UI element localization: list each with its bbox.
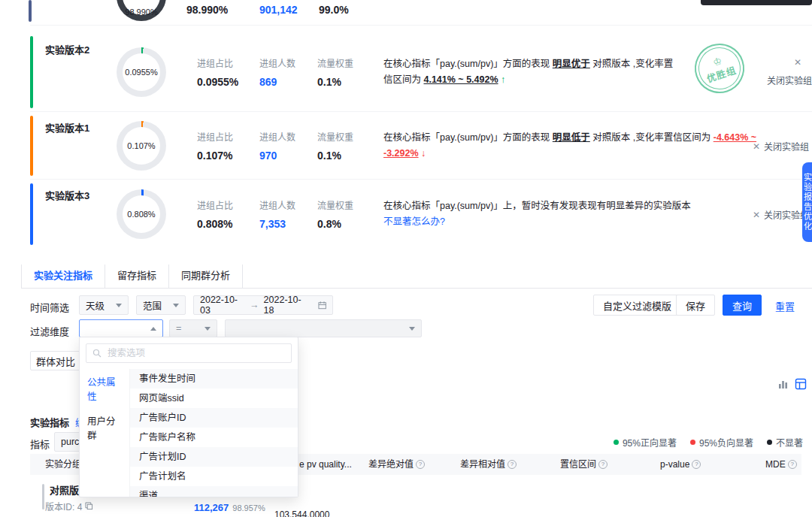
- table-view-icon[interactable]: [794, 377, 807, 391]
- version-name: 实验版本1: [45, 120, 89, 135]
- stat-enter-ratio: 进组占比 0.808%: [197, 198, 233, 230]
- group-color-bar: [42, 484, 44, 509]
- th-mde: MDE?: [765, 454, 797, 475]
- winner-stamp: ♔ 优胜组: [688, 37, 750, 99]
- query-button[interactable]: 查询: [723, 295, 762, 316]
- tab-cohort-analysis[interactable]: 同期群分析: [169, 265, 243, 288]
- close-experiment-button[interactable]: ✕ 关闭实验组: [753, 140, 809, 153]
- chevron-down-icon: [409, 327, 415, 331]
- toast-sliver: [701, 0, 812, 5]
- range-mode-select[interactable]: 范围: [136, 295, 186, 315]
- dimension-dropdown-panel: 公共属性 用户分群 事件发生时间 网页端ssid 广告账户ID 广告账户名称 广…: [79, 337, 298, 497]
- donut-label: 0.107%: [127, 141, 155, 150]
- option-ad-account-name[interactable]: 广告账户名称: [130, 428, 298, 447]
- reset-button[interactable]: 重置: [775, 299, 795, 313]
- version-color-bar: [30, 183, 33, 245]
- granularity-select[interactable]: 天级: [79, 295, 129, 315]
- group-user-segments[interactable]: 用户分群: [80, 408, 129, 447]
- option-event-time[interactable]: 事件发生时间: [130, 369, 298, 389]
- down-arrow-icon: ↓: [421, 148, 426, 159]
- value-select[interactable]: [225, 319, 422, 337]
- option-ad-account-id[interactable]: 广告账户ID: [130, 408, 298, 428]
- stat-enter-count: 进组人数 970: [259, 130, 295, 162]
- version-color-bar: [30, 116, 33, 176]
- th-rel-diff: 差异相对值?: [460, 454, 517, 475]
- divider: [30, 111, 812, 112]
- close-icon: ✕: [753, 209, 760, 219]
- close-experiment-button[interactable]: 关闭实验组: [767, 74, 812, 86]
- search-input[interactable]: [106, 347, 285, 359]
- control-traffic-weight-value: 99.0%: [319, 4, 349, 16]
- copy-icon[interactable]: [85, 502, 93, 510]
- metric-cell-col3: 103,544.0000: [274, 509, 329, 517]
- metric-label: 指标: [30, 437, 50, 451]
- control-color-bar: [29, 0, 32, 22]
- version-name: 实验版本3: [45, 188, 89, 202]
- experiment-row-v3: 实验版本3 0.808% 进组占比 0.808% 进组人数 7,353 流量权重…: [21, 180, 812, 248]
- cohort-compare-button[interactable]: 群体对比: [30, 351, 81, 370]
- side-feedback-tab[interactable]: 实验报告优化: [802, 162, 812, 242]
- black-dot-icon: [767, 440, 772, 445]
- stat-enter-count: 进组人数 7,353: [259, 198, 295, 230]
- legend-negative: 95%负向显著: [690, 436, 753, 449]
- dropdown-option-list: 事件发生时间 网页端ssid 广告账户ID 广告账户名称 广告计划ID 广告计划…: [130, 369, 298, 497]
- close-icon: ✕: [753, 141, 760, 151]
- th-p-value: p-value?: [660, 454, 701, 475]
- tab-retention-metrics[interactable]: 留存指标: [105, 265, 169, 288]
- option-ad-plan-id[interactable]: 广告计划ID: [130, 447, 298, 467]
- tab-experiment-metrics[interactable]: 实验关注指标: [21, 265, 105, 288]
- help-icon[interactable]: ?: [416, 460, 425, 469]
- control-enter-ratio-value: 98.990%: [186, 4, 228, 16]
- close-experiment-button[interactable]: ✕ 关闭实验组: [753, 208, 809, 221]
- version-color-bar: [30, 36, 33, 108]
- chevron-up-icon: [150, 327, 156, 331]
- up-arrow-icon: ↑: [501, 74, 505, 85]
- search-icon: [92, 349, 102, 358]
- donut-label: 0.0955%: [125, 68, 157, 77]
- red-dot-icon: [690, 440, 695, 445]
- metric-cell-value: 112,26798.957%: [194, 502, 265, 513]
- stat-enter-count: 进组人数 869: [259, 56, 295, 88]
- help-icon[interactable]: ?: [692, 460, 701, 469]
- th-confidence-interval: 置信区间?: [560, 454, 607, 475]
- time-filter-label: 时间筛选: [30, 300, 69, 314]
- help-icon[interactable]: ?: [508, 460, 517, 469]
- operator-select[interactable]: =: [169, 319, 217, 337]
- help-icon[interactable]: ?: [598, 460, 607, 469]
- control-donut-label: 98.990%: [125, 8, 157, 17]
- group-public-attributes[interactable]: 公共属性: [80, 369, 129, 408]
- filter-dimension-label: 过滤维度: [30, 324, 69, 338]
- calendar-icon: [318, 301, 326, 310]
- version-donut-chart: 0.808%: [117, 189, 166, 239]
- th-experiment-group: 实验分组: [45, 454, 81, 475]
- control-enter-count-value: 901,142: [259, 4, 298, 16]
- dropdown-search[interactable]: [86, 343, 292, 363]
- conclusion-text: 在核心指标「pay.(sum/pv)」上，暂时没有发现表现有明显差异的实验版本 …: [383, 198, 759, 230]
- version-donut-chart: 0.107%: [117, 121, 166, 171]
- dropdown-group-list: 公共属性 用户分群: [80, 369, 130, 497]
- donut-label: 0.808%: [127, 210, 155, 219]
- option-web-ssid[interactable]: 网页端ssid: [130, 389, 298, 408]
- dimension-select[interactable]: [79, 319, 163, 337]
- version-name: 实验版本2: [45, 42, 89, 56]
- divider: [30, 179, 812, 180]
- help-icon[interactable]: ?: [788, 460, 797, 469]
- divider: [30, 25, 812, 26]
- stat-traffic-weight: 流量权重 0.1%: [317, 56, 353, 88]
- date-range-input[interactable]: 2022-10-03 → 2022-10-18: [193, 295, 333, 315]
- legend-positive: 95%正向显著: [614, 436, 677, 449]
- close-icon[interactable]: ✕: [794, 57, 801, 68]
- version-donut-chart: 0.0955%: [117, 47, 166, 97]
- green-dot-icon: [614, 440, 619, 445]
- option-ad-plan-name[interactable]: 广告计划名: [130, 467, 298, 486]
- option-channel[interactable]: 渠道: [130, 486, 298, 497]
- chevron-down-icon: [173, 304, 179, 307]
- control-donut-chart: 98.990%: [117, 0, 166, 21]
- arrow-right-icon: →: [250, 300, 259, 310]
- metric-tabs: 实验关注指标 留存指标 同期群分析: [21, 265, 812, 289]
- experiment-row-v2: 实验版本2 0.0955% 进组占比 0.0955% 进组人数 869 流量权重…: [21, 33, 812, 111]
- not-significant-help-link[interactable]: 不显著怎么办?: [383, 216, 445, 227]
- chart-view-icon[interactable]: [776, 377, 789, 391]
- experiment-row-v1: 实验版本1 0.107% 进组占比 0.107% 进组人数 970 流量权重 0…: [21, 113, 812, 179]
- save-button[interactable]: 保存: [676, 295, 715, 316]
